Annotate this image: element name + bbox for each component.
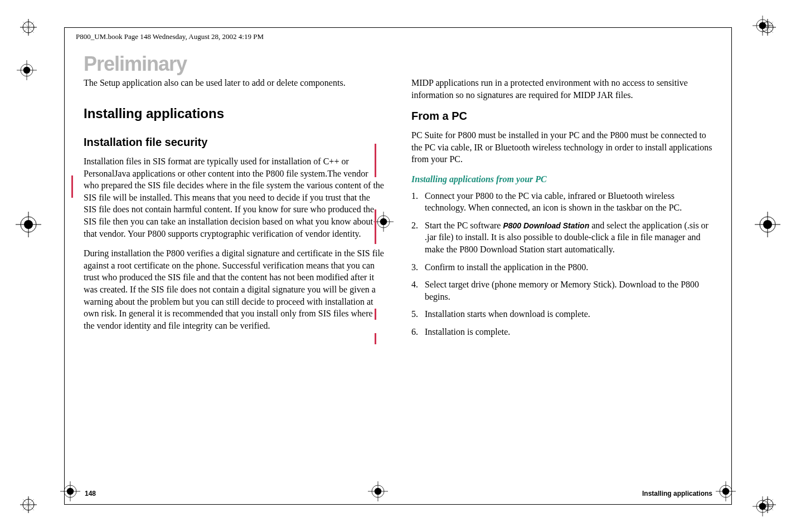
registration-target-icon (753, 16, 773, 36)
heading-from-pc: From a PC (411, 109, 712, 124)
list-item: 4.Select target drive (phone memory or M… (425, 279, 712, 302)
step-text: Connect your P800 to the PC via cable, i… (425, 191, 682, 213)
registration-target-icon (17, 60, 37, 80)
watermark-text: Preliminary (84, 52, 187, 76)
registration-target-icon (716, 481, 736, 501)
step-text: Installation is complete. (425, 327, 510, 336)
footer-section: Installing applications (642, 490, 712, 497)
security-paragraph-1: Installation files in SIS format are typ… (84, 155, 385, 240)
registration-target-icon (368, 481, 388, 501)
list-item: 5.Installation starts when download is c… (425, 308, 712, 320)
install-steps: 1.Connect your P800 to the PC via cable,… (411, 190, 712, 338)
list-item: 6.Installation is complete. (425, 326, 712, 338)
step-text: Installation starts when download is com… (425, 309, 590, 319)
page-header: P800_UM.book Page 148 Wednesday, August … (76, 32, 264, 41)
heading-install-from-pc: Installing applications from your PC (411, 173, 712, 186)
registration-target-icon (753, 496, 773, 516)
pc-suite-paragraph: PC Suite for P800 must be installed in y… (411, 129, 712, 165)
change-bar (71, 175, 73, 198)
right-column: MIDP applications run in a protected env… (411, 77, 712, 344)
heading-file-security: Installation file security (84, 135, 385, 150)
left-column: The Setup application also can be used l… (84, 77, 385, 344)
registration-target-icon (16, 212, 41, 237)
crop-mark-icon (20, 496, 37, 513)
frame-line (64, 504, 732, 505)
software-name: P800 Download Station (503, 221, 589, 230)
frame-line (64, 27, 65, 505)
list-item: 2.Start the PC software P800 Download St… (425, 219, 712, 256)
list-item: 3.Confirm to install the application in … (425, 261, 712, 274)
page-number: 148 (85, 490, 96, 497)
content-area: The Setup application also can be used l… (84, 77, 712, 344)
registration-target-icon (60, 481, 80, 501)
step-text: Select target drive (phone memory or Mem… (425, 280, 699, 301)
registration-target-icon (755, 212, 780, 237)
step-text: Start the PC software P800 Download Stat… (425, 221, 708, 254)
step-text: Confirm to install the application in th… (425, 262, 588, 272)
midp-paragraph: MIDP applications run in a protected env… (411, 77, 712, 101)
security-paragraph-2: During installation the P800 verifies a … (84, 247, 385, 331)
intro-paragraph: The Setup application also can be used l… (84, 77, 385, 89)
frame-line (731, 27, 732, 505)
list-item: 1.Connect your P800 to the PC via cable,… (425, 190, 712, 214)
frame-line (64, 27, 732, 28)
heading-installing-apps: Installing applications (84, 105, 385, 123)
crop-mark-icon (20, 19, 37, 36)
